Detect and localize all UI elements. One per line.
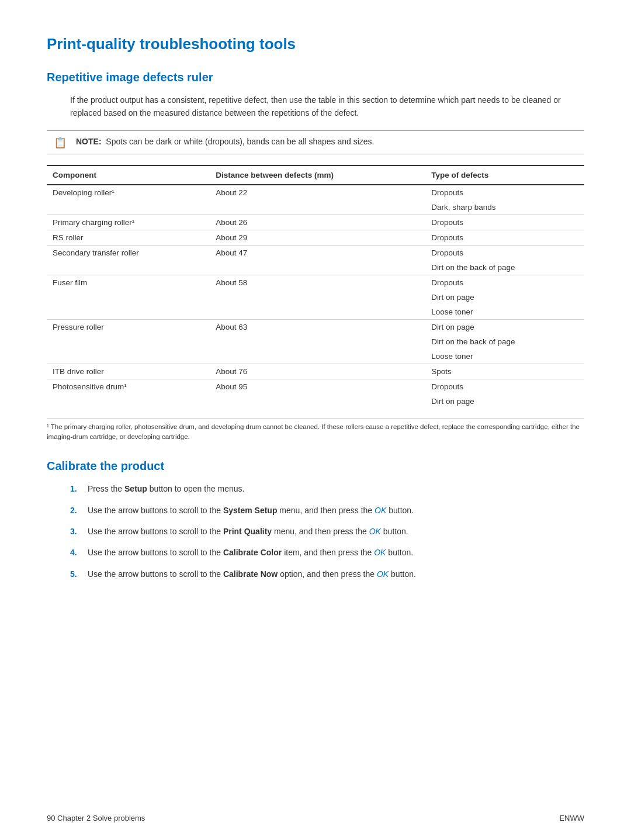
step-bold: Print Quality	[223, 527, 272, 536]
table-row: ITB drive rollerAbout 76Spots	[47, 364, 584, 379]
page-container: Print-quality troubleshooting tools Repe…	[0, 0, 631, 635]
cell-distance: About 95	[210, 379, 425, 409]
step-text: Use the arrow buttons to scroll to the P…	[88, 525, 584, 538]
cell-defect: Dark, sharp bands	[425, 200, 584, 215]
cell-component: RS roller	[47, 230, 210, 245]
calibrate-section: Calibrate the product 1.Press the Setup …	[47, 459, 584, 580]
cell-distance: About 26	[210, 215, 425, 230]
cell-distance: About 76	[210, 364, 425, 379]
note-icon: 📋	[54, 136, 70, 149]
ok-link: OK	[377, 569, 389, 579]
note-label: NOTE:	[76, 137, 102, 146]
step-item: 2.Use the arrow buttons to scroll to the…	[70, 504, 584, 517]
table-row: Secondary transfer rollerAbout 47Dropout…	[47, 245, 584, 260]
table-header-row: Component Distance between defects (mm) …	[47, 165, 584, 185]
cell-component: Developing roller¹	[47, 185, 210, 215]
step-number: 5.	[70, 568, 83, 580]
section1-heading: Repetitive image defects ruler	[47, 71, 584, 84]
step-bold: Calibrate Color	[223, 548, 282, 557]
cell-defect: Dropouts	[425, 245, 584, 260]
cell-defect: Dirt on the back of page	[425, 260, 584, 275]
table-row: Primary charging roller¹About 26Dropouts	[47, 215, 584, 230]
col-distance: Distance between defects (mm)	[210, 165, 425, 185]
step-number: 1.	[70, 482, 83, 495]
cell-defect: Spots	[425, 364, 584, 379]
table-row: Photosensitive drum¹About 95Dropouts	[47, 379, 584, 394]
cell-component: Secondary transfer roller	[47, 245, 210, 275]
step-item: 5.Use the arrow buttons to scroll to the…	[70, 568, 584, 580]
cell-defect: Dropouts	[425, 230, 584, 245]
ok-link: OK	[374, 548, 386, 557]
defects-table: Component Distance between defects (mm) …	[47, 165, 584, 409]
cell-distance: About 29	[210, 230, 425, 245]
cell-defect: Dropouts	[425, 215, 584, 230]
col-component: Component	[47, 165, 210, 185]
step-text: Use the arrow buttons to scroll to the C…	[88, 568, 584, 580]
page-title: Print-quality troubleshooting tools	[47, 35, 584, 53]
cell-distance: About 58	[210, 275, 425, 319]
cell-distance: About 22	[210, 185, 425, 215]
cell-component: Fuser film	[47, 275, 210, 319]
table-row: Developing roller¹About 22Dropouts	[47, 185, 584, 200]
table-row: Pressure rollerAbout 63Dirt on page	[47, 319, 584, 334]
cell-component: Primary charging roller¹	[47, 215, 210, 230]
cell-distance: About 63	[210, 319, 425, 364]
step-item: 4.Use the arrow buttons to scroll to the…	[70, 546, 584, 559]
cell-defect: Dirt on the back of page	[425, 334, 584, 349]
cell-defect: Dropouts	[425, 275, 584, 290]
step-bold: Calibrate Now	[223, 569, 278, 579]
step-text: Press the Setup button to open the menus…	[88, 482, 584, 495]
note-box: 📋 NOTE: Spots can be dark or white (drop…	[47, 130, 584, 154]
cell-distance: About 47	[210, 245, 425, 275]
table-row: RS rollerAbout 29Dropouts	[47, 230, 584, 245]
step-bold: Setup	[124, 484, 147, 493]
cell-defect: Dirt on page	[425, 394, 584, 409]
step-number: 3.	[70, 525, 83, 538]
table-row: Fuser filmAbout 58Dropouts	[47, 275, 584, 290]
cell-component: ITB drive roller	[47, 364, 210, 379]
cell-component: Photosensitive drum¹	[47, 379, 210, 409]
step-number: 4.	[70, 546, 83, 559]
cell-defect: Dropouts	[425, 185, 584, 200]
footer-right: ENWW	[559, 814, 584, 822]
ok-link: OK	[375, 506, 386, 515]
page-footer: 90 Chapter 2 Solve problems ENWW	[47, 814, 584, 822]
col-defects: Type of defects	[425, 165, 584, 185]
ok-link: OK	[369, 527, 381, 536]
cell-defect: Dropouts	[425, 379, 584, 394]
note-body: Spots can be dark or white (dropouts), b…	[106, 137, 374, 146]
cell-defect: Loose toner	[425, 305, 584, 320]
table-footnote: ¹ The primary charging roller, photosens…	[47, 418, 584, 443]
cell-defect: Loose toner	[425, 349, 584, 364]
cell-defect: Dirt on page	[425, 319, 584, 334]
step-text: Use the arrow buttons to scroll to the C…	[88, 546, 584, 559]
note-content: NOTE: Spots can be dark or white (dropou…	[76, 136, 375, 148]
step-item: 3.Use the arrow buttons to scroll to the…	[70, 525, 584, 538]
step-bold: System Setup	[223, 506, 278, 515]
cell-component: Pressure roller	[47, 319, 210, 364]
step-number: 2.	[70, 504, 83, 517]
calibrate-steps: 1.Press the Setup button to open the men…	[70, 482, 584, 580]
cell-defect: Dirt on page	[425, 290, 584, 305]
footer-left: 90 Chapter 2 Solve problems	[47, 814, 145, 822]
step-text: Use the arrow buttons to scroll to the S…	[88, 504, 584, 517]
section2-heading: Calibrate the product	[47, 459, 584, 473]
section1-intro: If the product output has a consistent, …	[70, 94, 584, 120]
step-item: 1.Press the Setup button to open the men…	[70, 482, 584, 495]
